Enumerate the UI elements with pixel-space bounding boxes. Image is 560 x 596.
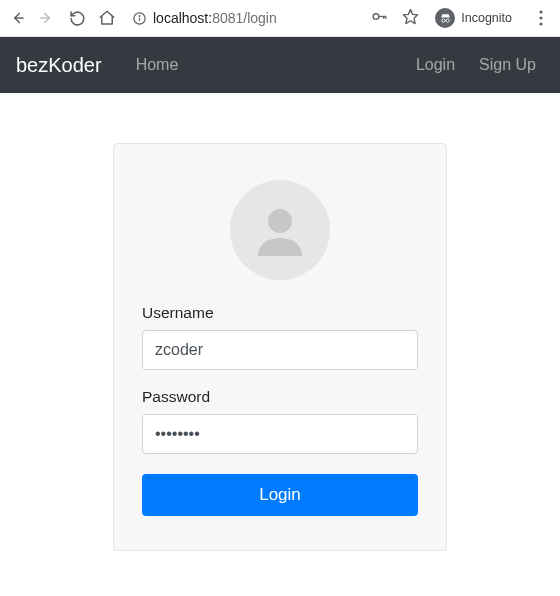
reload-button[interactable] [66,7,88,29]
svg-point-10 [441,19,444,22]
login-card: Username Password Login [113,143,447,551]
url-host: localhost:8081/login [153,10,277,26]
key-icon[interactable] [371,8,388,29]
back-button[interactable] [6,7,28,29]
bookmark-star-icon[interactable] [402,8,419,29]
svg-point-16 [268,209,292,233]
svg-point-15 [539,22,542,25]
app-navbar: bezKoder Home Login Sign Up [0,37,560,93]
incognito-badge: Incognito [433,6,518,30]
browser-toolbar: localhost:8081/login Incognito [0,0,560,37]
svg-point-5 [373,13,379,19]
username-label: Username [142,304,418,322]
address-bar[interactable]: localhost:8081/login [126,10,363,26]
svg-point-14 [539,16,542,19]
svg-point-4 [139,15,140,16]
password-input[interactable] [142,414,418,454]
login-button[interactable]: Login [142,474,418,516]
nav-link-login[interactable]: Login [408,48,463,82]
brand-logo[interactable]: bezKoder [16,54,102,77]
svg-marker-9 [404,9,418,23]
avatar-placeholder-icon [230,180,330,280]
site-info-icon[interactable] [132,11,147,26]
svg-point-13 [539,10,542,13]
password-label: Password [142,388,418,406]
username-input[interactable] [142,330,418,370]
nav-link-signup[interactable]: Sign Up [471,48,544,82]
svg-point-11 [446,19,449,22]
incognito-icon [435,8,455,28]
home-button[interactable] [96,7,118,29]
incognito-label: Incognito [461,11,512,25]
forward-button[interactable] [36,7,58,29]
browser-menu-button[interactable] [532,10,550,26]
nav-link-home[interactable]: Home [128,48,187,82]
